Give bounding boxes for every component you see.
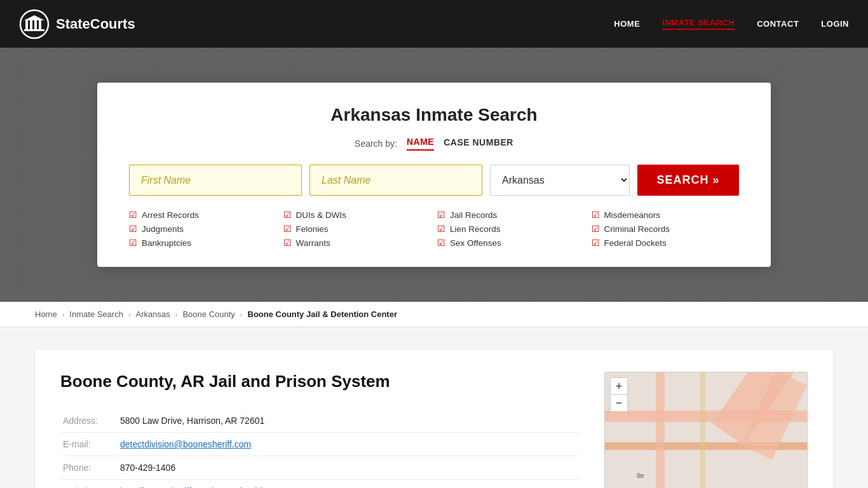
search-card-title: Arkansas Inmate Search (129, 105, 739, 125)
phone-label: Phone: (60, 456, 118, 480)
breadcrumb-inmate-search[interactable]: Inmate Search (69, 309, 123, 319)
check-icon: ☑ (283, 210, 292, 220)
header: StateCourts HOME INMATE SEARCH CONTACT L… (0, 0, 868, 48)
nav-inmate-search[interactable]: INMATE SEARCH (662, 18, 735, 30)
check-icon: ☑ (129, 210, 137, 220)
breadcrumb-boone-county[interactable]: Boone County (182, 309, 234, 319)
breadcrumb-sep-4: › (240, 311, 243, 318)
info-table: Address: 5800 Law Drive, Harrison, AR 72… (60, 409, 579, 488)
search-by-label: Search by: (355, 139, 397, 149)
map-label: ite (637, 471, 644, 479)
check-icon: ☑ (129, 238, 137, 248)
svg-rect-2 (30, 20, 32, 29)
phone-value: 870-429-1406 (118, 456, 579, 480)
content-title: Boone County, AR Jail and Prison System (60, 372, 579, 391)
check-icon: ☑ (437, 210, 445, 220)
main-nav: HOME INMATE SEARCH CONTACT LOGIN (614, 18, 849, 30)
feature-item: ☑Misdemeanors (592, 210, 740, 220)
feature-item: ☑Jail Records (437, 210, 585, 220)
website-value: http://boonesheriff.com/page.php?id=6 (118, 480, 579, 489)
svg-rect-3 (34, 20, 37, 29)
features-grid: ☑Arrest Records☑DUIs & DWIs☑Jail Records… (129, 210, 739, 248)
nav-contact[interactable]: CONTACT (757, 19, 799, 29)
email-link[interactable]: detectdivision@boonesheriff.com (120, 439, 251, 449)
breadcrumb-arkansas[interactable]: Arkansas (136, 309, 170, 319)
logo-link[interactable]: StateCourts (19, 9, 135, 39)
svg-rect-4 (39, 20, 41, 29)
hero-section: COURTHOUSE Arkansas Inmate Search Search… (0, 48, 868, 302)
main-content: Boone County, AR Jail and Prison System … (0, 327, 868, 488)
map-zoom-in[interactable]: + (611, 378, 627, 395)
tab-case-number[interactable]: CASE NUMBER (444, 137, 513, 150)
check-icon: ☑ (592, 224, 600, 234)
breadcrumb-sep-3: › (175, 311, 178, 318)
feature-item: ☑Felonies (283, 224, 431, 234)
feature-item: ☑Lien Records (437, 224, 585, 234)
address-row: Address: 5800 Law Drive, Harrison, AR 72… (60, 409, 579, 433)
map-area: + − ite (604, 372, 808, 488)
feature-item: ☑Judgments (129, 224, 277, 234)
content-left: Boone County, AR Jail and Prison System … (60, 372, 579, 488)
breadcrumb-home[interactable]: Home (35, 309, 57, 319)
check-icon: ☑ (129, 224, 137, 234)
svg-marker-6 (24, 15, 44, 20)
logo-icon (19, 9, 50, 39)
check-icon: ☑ (592, 210, 600, 220)
search-button[interactable]: SEARCH » (637, 165, 739, 196)
email-value: detectdivision@boonesheriff.com (118, 433, 579, 456)
check-icon: ☑ (437, 224, 445, 234)
address-label: Address: (60, 409, 118, 433)
feature-item: ☑DUIs & DWIs (283, 210, 431, 220)
breadcrumb: Home › Inmate Search › Arkansas › Boone … (0, 302, 868, 327)
nav-login[interactable]: LOGIN (821, 19, 849, 29)
nav-home[interactable]: HOME (614, 19, 640, 29)
tab-name[interactable]: NAME (407, 137, 434, 151)
feature-item: ☑Warrants (283, 238, 431, 248)
website-row: Website: http://boonesheriff.com/page.ph… (60, 480, 579, 489)
email-row: E-mail: detectdivision@boonesheriff.com (60, 433, 579, 456)
search-inputs-row: Arkansas Alabama Alaska Arizona Californ… (129, 165, 739, 196)
feature-item: ☑Bankruptcies (129, 238, 277, 248)
map-placeholder: + − ite (605, 372, 807, 488)
phone-row: Phone: 870-429-1406 (60, 456, 579, 480)
check-icon: ☑ (283, 238, 292, 248)
feature-item: ☑Arrest Records (129, 210, 277, 220)
feature-item: ☑Sex Offenses (437, 238, 585, 248)
logo-text: StateCourts (56, 16, 135, 32)
feature-item: ☑Federal Dockets (592, 238, 740, 248)
state-select[interactable]: Arkansas Alabama Alaska Arizona Californ… (490, 165, 630, 196)
email-label: E-mail: (60, 433, 118, 456)
check-icon: ☑ (437, 238, 445, 248)
breadcrumb-sep-2: › (128, 311, 131, 318)
first-name-input[interactable] (129, 165, 302, 196)
breadcrumb-current: Boone County Jail & Detention Center (248, 309, 397, 319)
breadcrumb-sep-1: › (62, 311, 65, 318)
content-card: Boone County, AR Jail and Prison System … (35, 349, 833, 488)
map-controls: + − (610, 377, 628, 412)
feature-item: ☑Criminal Records (592, 224, 740, 234)
svg-rect-5 (24, 29, 44, 31)
map-zoom-out[interactable]: − (611, 395, 627, 411)
check-icon: ☑ (283, 224, 292, 234)
search-card: Arkansas Inmate Search Search by: NAME C… (97, 83, 771, 267)
check-icon: ☑ (592, 238, 600, 248)
search-by-row: Search by: NAME CASE NUMBER (129, 137, 739, 151)
last-name-input[interactable] (309, 165, 482, 196)
website-label: Website: (60, 480, 118, 489)
svg-rect-1 (25, 20, 28, 29)
address-value: 5800 Law Drive, Harrison, AR 72601 (118, 409, 579, 433)
